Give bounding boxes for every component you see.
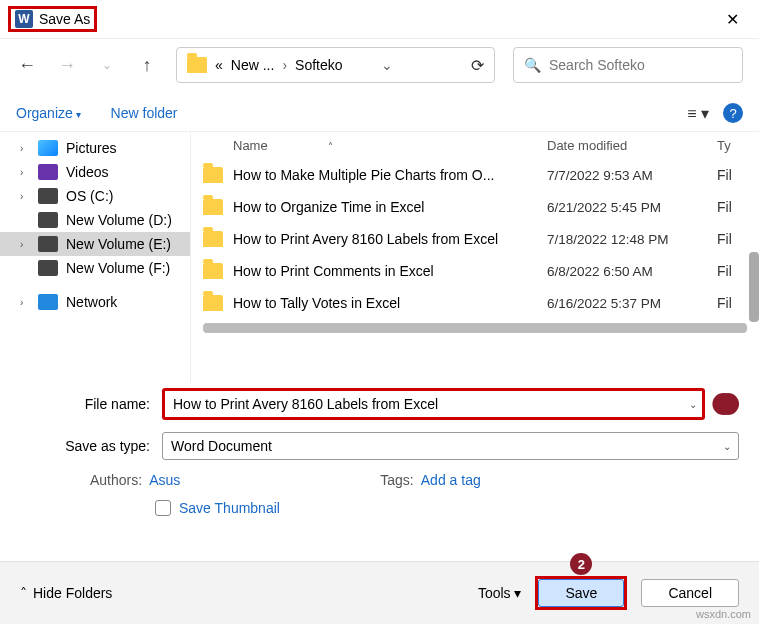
filename-input[interactable] bbox=[162, 388, 705, 420]
savetype-label: Save as type: bbox=[20, 438, 150, 454]
folder-icon bbox=[203, 295, 223, 311]
cancel-button[interactable]: Cancel bbox=[641, 579, 739, 607]
view-options-icon[interactable]: ≡ ▾ bbox=[687, 104, 709, 123]
tools-button[interactable]: Tools ▾ bbox=[478, 585, 522, 601]
search-icon: 🔍 bbox=[524, 57, 541, 73]
forward-arrow-icon[interactable]: → bbox=[56, 55, 78, 76]
folder-icon bbox=[203, 231, 223, 247]
title-highlight: W Save As bbox=[8, 6, 97, 32]
file-row[interactable]: How to Print Comments in Excel6/8/2022 6… bbox=[191, 255, 759, 287]
folder-icon bbox=[203, 167, 223, 183]
col-date[interactable]: Date modified bbox=[547, 138, 717, 153]
hide-folders-toggle[interactable]: ˄ Hide Folders bbox=[20, 585, 112, 601]
sort-asc-icon: ˄ bbox=[328, 141, 333, 152]
horizontal-scrollbar[interactable] bbox=[203, 323, 747, 333]
folder-icon bbox=[203, 199, 223, 215]
back-arrow-icon[interactable]: ← bbox=[16, 55, 38, 76]
bc-part1[interactable]: New ... bbox=[231, 57, 275, 73]
bc-part2[interactable]: Softeko bbox=[295, 57, 342, 73]
dialog-title: Save As bbox=[39, 11, 90, 27]
tree-item-network[interactable]: ›Network bbox=[0, 290, 190, 314]
filename-row: File name: ⌄ 1 bbox=[0, 382, 759, 426]
pictures-icon bbox=[38, 140, 58, 156]
metadata-row: Authors: Asus Tags: Add a tag bbox=[0, 466, 759, 494]
file-list-pane: Name˄ Date modified Ty How to Make Multi… bbox=[190, 132, 759, 382]
file-row[interactable]: How to Make Multiple Pie Charts from O..… bbox=[191, 159, 759, 191]
search-input[interactable]: 🔍 Search Softeko bbox=[513, 47, 743, 83]
toolbar: Organize New folder ≡ ▾ ? bbox=[0, 95, 759, 132]
help-icon[interactable]: ? bbox=[723, 103, 743, 123]
column-headers[interactable]: Name˄ Date modified Ty bbox=[191, 132, 759, 159]
drive-icon bbox=[38, 212, 58, 228]
tree-item-videos[interactable]: ›Videos bbox=[0, 160, 190, 184]
save-thumbnail-label[interactable]: Save Thumbnail bbox=[179, 500, 280, 516]
save-highlight: 2 Save bbox=[535, 576, 627, 610]
footer: ˄ Hide Folders Tools ▾ 2 Save Cancel bbox=[0, 561, 759, 624]
authors-value[interactable]: Asus bbox=[149, 472, 180, 488]
close-icon[interactable]: ✕ bbox=[726, 10, 739, 29]
organize-button[interactable]: Organize bbox=[16, 105, 81, 121]
file-row[interactable]: How to Organize Time in Excel6/21/2022 5… bbox=[191, 191, 759, 223]
folder-icon bbox=[187, 57, 207, 73]
drive-icon bbox=[38, 236, 58, 252]
vertical-scrollbar[interactable] bbox=[749, 252, 759, 322]
folder-tree: ›Pictures ›Videos ›OS (C:) New Volume (D… bbox=[0, 132, 190, 382]
watermark: wsxdn.com bbox=[696, 608, 751, 620]
folder-icon bbox=[203, 263, 223, 279]
tree-item-nv-e[interactable]: ›New Volume (E:) bbox=[0, 232, 190, 256]
file-row[interactable]: How to Tally Votes in Excel6/16/2022 5:3… bbox=[191, 287, 759, 319]
save-button[interactable]: Save bbox=[538, 579, 624, 607]
annotation-badge-2: 2 bbox=[570, 553, 592, 575]
col-type[interactable]: Ty bbox=[717, 138, 747, 153]
savetype-input[interactable] bbox=[162, 432, 739, 460]
network-icon bbox=[38, 294, 58, 310]
bc-prefix: « bbox=[215, 57, 223, 73]
tags-value[interactable]: Add a tag bbox=[421, 472, 481, 488]
videos-icon bbox=[38, 164, 58, 180]
filename-label: File name: bbox=[20, 396, 150, 412]
tree-item-pictures[interactable]: ›Pictures bbox=[0, 136, 190, 160]
tree-item-nv-f[interactable]: New Volume (F:) bbox=[0, 256, 190, 280]
tree-item-os-c[interactable]: ›OS (C:) bbox=[0, 184, 190, 208]
main-area: ›Pictures ›Videos ›OS (C:) New Volume (D… bbox=[0, 132, 759, 382]
savetype-row: Save as type: ⌄ bbox=[0, 426, 759, 466]
drive-icon bbox=[38, 188, 58, 204]
tree-item-nv-d[interactable]: New Volume (D:) bbox=[0, 208, 190, 232]
breadcrumb[interactable]: « New ... › Softeko ⌄ ⟳ bbox=[176, 47, 495, 83]
chevron-up-icon: ˄ bbox=[20, 585, 27, 601]
tags-label: Tags: bbox=[380, 472, 413, 488]
chevron-down-icon[interactable]: ⌄ bbox=[381, 57, 393, 73]
thumbnail-row: Save Thumbnail bbox=[0, 494, 759, 522]
recent-chevron-icon[interactable]: ⌄ bbox=[96, 58, 118, 72]
chevron-right-icon: › bbox=[282, 57, 287, 73]
save-thumbnail-checkbox[interactable] bbox=[155, 500, 171, 516]
nav-row: ← → ⌄ ↑ « New ... › Softeko ⌄ ⟳ 🔍 Search… bbox=[0, 39, 759, 95]
refresh-icon[interactable]: ⟳ bbox=[471, 56, 484, 75]
titlebar: W Save As ✕ bbox=[0, 0, 759, 39]
drive-icon bbox=[38, 260, 58, 276]
file-row[interactable]: How to Print Avery 8160 Labels from Exce… bbox=[191, 223, 759, 255]
col-name[interactable]: Name bbox=[233, 138, 268, 153]
authors-label: Authors: bbox=[90, 472, 142, 488]
up-arrow-icon[interactable]: ↑ bbox=[136, 55, 158, 76]
search-placeholder: Search Softeko bbox=[549, 57, 645, 73]
new-folder-button[interactable]: New folder bbox=[111, 105, 178, 121]
word-icon: W bbox=[15, 10, 33, 28]
